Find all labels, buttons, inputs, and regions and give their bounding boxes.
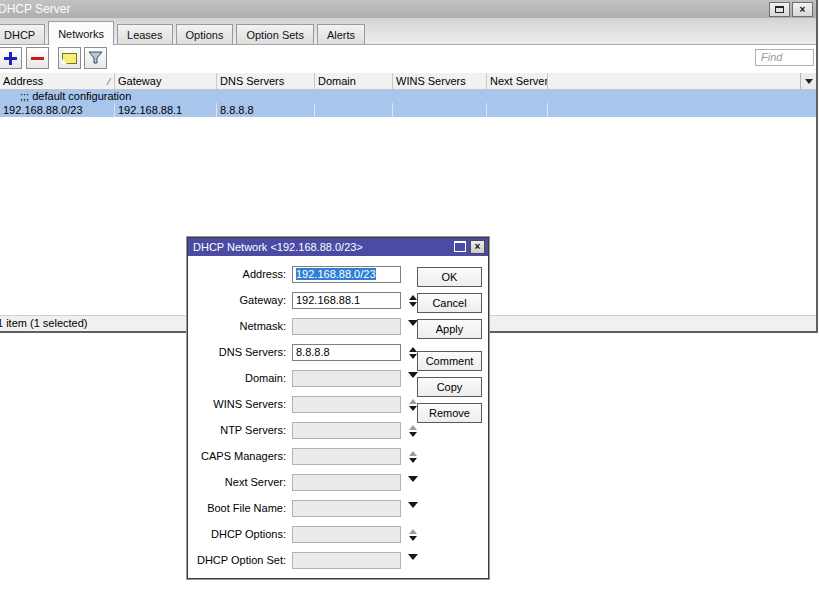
apply-button[interactable]: Apply — [417, 319, 482, 339]
remove-dialog-button[interactable]: Remove — [417, 403, 482, 423]
cell-filler — [548, 103, 816, 117]
column-header-filler — [548, 73, 800, 89]
table-header: Address ∕ Gateway DNS Servers Domain WIN… — [0, 73, 816, 90]
close-icon: × — [800, 5, 806, 15]
boot-file-name-label: Boot File Name: — [188, 500, 286, 517]
tab-dhcp[interactable]: DHCP — [0, 24, 45, 44]
tab-bar: DHCP Networks Leases Options Option Sets… — [0, 18, 816, 45]
netmask-label: Netmask: — [188, 318, 286, 335]
selected-text: 192.168.88.0/23 — [296, 268, 376, 280]
gateway-label: Gateway: — [188, 292, 286, 309]
tab-option-sets[interactable]: Option Sets — [236, 24, 313, 44]
down-arrow-icon — [409, 354, 417, 359]
dhcp-options-label: DHCP Options: — [188, 526, 286, 543]
next-server-dropdown[interactable] — [407, 474, 418, 482]
dns-servers-label: DNS Servers: — [188, 344, 286, 361]
dns-servers-field[interactable]: 8.8.8.8 — [292, 344, 401, 361]
tab-networks[interactable]: Networks — [48, 21, 114, 45]
close-button[interactable]: × — [792, 2, 813, 17]
dialog-close-button[interactable]: × — [470, 240, 485, 254]
chevron-down-icon — [805, 79, 813, 84]
copy-button[interactable]: Copy — [417, 377, 482, 397]
tab-alerts[interactable]: Alerts — [317, 24, 365, 44]
minus-icon — [31, 57, 44, 60]
dropdown-arrow-icon — [408, 502, 418, 508]
table-row[interactable]: 192.168.88.0/23 192.168.88.1 8.8.8.8 — [0, 103, 816, 117]
dhcp-options-updown[interactable] — [407, 529, 418, 541]
find-input[interactable]: Find — [755, 49, 814, 66]
caps-managers-label: CAPS Managers: — [188, 448, 286, 465]
address-label: Address: — [188, 266, 286, 283]
plus-icon — [4, 52, 17, 65]
column-header-wins-servers[interactable]: WINS Servers — [393, 73, 487, 89]
dhcp-option-set-dropdown[interactable] — [407, 552, 418, 560]
next-server-label: Next Server: — [188, 474, 286, 491]
down-arrow-icon — [409, 536, 417, 541]
down-arrow-icon — [409, 406, 417, 411]
up-arrow-icon — [409, 399, 417, 404]
comment-button[interactable] — [58, 47, 81, 69]
comment-note-icon — [62, 53, 77, 64]
netmask-field[interactable] — [292, 318, 401, 335]
cell-dns-servers: 8.8.8.8 — [217, 103, 315, 117]
up-arrow-icon — [409, 425, 417, 430]
dhcp-option-set-label: DHCP Option Set: — [188, 552, 286, 569]
cell-gateway: 192.168.88.1 — [115, 103, 217, 117]
remove-button[interactable] — [26, 47, 49, 69]
comment-dialog-button[interactable]: Comment — [417, 351, 482, 371]
column-header-domain[interactable]: Domain — [315, 73, 393, 89]
ntp-servers-updown[interactable] — [407, 425, 418, 437]
cancel-button[interactable]: Cancel — [417, 293, 482, 313]
up-arrow-icon — [409, 295, 417, 300]
dropdown-arrow-icon — [408, 320, 418, 326]
dialog-maximize-icon[interactable] — [454, 241, 466, 252]
wins-servers-field[interactable] — [292, 396, 401, 413]
dhcp-options-field[interactable] — [292, 526, 401, 543]
ok-button[interactable]: OK — [417, 267, 482, 287]
window-title: DHCP Server — [0, 0, 816, 18]
maximize-button[interactable] — [769, 2, 790, 17]
gateway-field[interactable]: 192.168.88.1 — [292, 292, 401, 309]
table-row-comment[interactable]: ;;; default configuration — [0, 90, 816, 103]
domain-label: Domain: — [188, 370, 286, 387]
window-titlebar[interactable]: DHCP Server × — [0, 0, 816, 18]
dialog-title: DHCP Network <192.168.88.0/23> — [188, 238, 488, 256]
cell-next-server — [487, 103, 548, 117]
cell-address: 192.168.88.0/23 — [0, 103, 115, 117]
add-button[interactable] — [0, 47, 22, 69]
cell-wins-servers — [393, 103, 487, 117]
up-arrow-icon — [409, 451, 417, 456]
dropdown-arrow-icon — [408, 372, 418, 378]
boot-file-name-field[interactable] — [292, 500, 401, 517]
down-arrow-icon — [409, 302, 417, 307]
down-arrow-icon — [409, 432, 417, 437]
up-arrow-icon — [409, 347, 417, 352]
domain-field[interactable] — [292, 370, 401, 387]
wins-servers-label: WINS Servers: — [188, 396, 286, 413]
boot-file-name-dropdown[interactable] — [407, 500, 418, 508]
dhcp-option-set-field[interactable] — [292, 552, 401, 569]
maximize-icon — [775, 6, 784, 13]
next-server-field[interactable] — [292, 474, 401, 491]
filter-button[interactable] — [84, 47, 107, 69]
column-header-next-server[interactable]: Next Server — [487, 73, 548, 89]
ntp-servers-field[interactable] — [292, 422, 401, 439]
dialog-titlebar[interactable]: DHCP Network <192.168.88.0/23> × — [188, 238, 488, 256]
column-header-gateway[interactable]: Gateway — [115, 73, 217, 89]
tab-leases[interactable]: Leases — [117, 24, 172, 44]
column-picker-button[interactable] — [800, 73, 816, 89]
column-header-dns-servers[interactable]: DNS Servers — [217, 73, 315, 89]
cell-domain — [315, 103, 393, 117]
tab-options[interactable]: Options — [176, 24, 234, 44]
dialog-close-icon: × — [475, 241, 481, 252]
caps-managers-field[interactable] — [292, 448, 401, 465]
dropdown-arrow-icon — [408, 476, 418, 482]
dhcp-network-dialog: DHCP Network <192.168.88.0/23> × Address… — [187, 237, 489, 579]
caps-managers-updown[interactable] — [407, 451, 418, 463]
dropdown-arrow-icon — [408, 554, 418, 560]
down-arrow-icon — [409, 458, 417, 463]
sort-ascending-icon: ∕ — [108, 74, 110, 89]
address-field[interactable]: 192.168.88.0/23 — [292, 266, 401, 283]
column-header-address[interactable]: Address ∕ — [0, 73, 115, 89]
ntp-servers-label: NTP Servers: — [188, 422, 286, 439]
